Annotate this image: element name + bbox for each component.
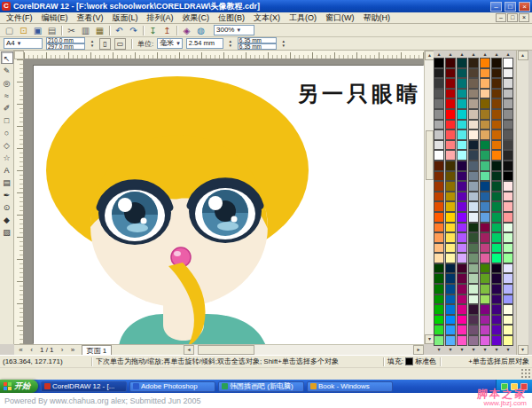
color-swatch[interactable]	[503, 150, 513, 161]
color-swatch[interactable]	[480, 273, 490, 284]
color-swatch[interactable]	[491, 140, 502, 151]
color-swatch[interactable]	[468, 243, 479, 254]
color-swatch[interactable]	[468, 68, 479, 79]
duplicate-x-field[interactable]: 6.35 mm	[238, 37, 277, 43]
color-swatch[interactable]	[491, 129, 502, 140]
color-swatch[interactable]	[457, 304, 467, 315]
color-swatch[interactable]	[468, 273, 479, 284]
color-swatch[interactable]	[491, 68, 502, 79]
color-swatch[interactable]	[434, 98, 444, 109]
color-swatch[interactable]	[445, 284, 456, 294]
color-swatch[interactable]	[503, 253, 513, 263]
color-swatch[interactable]	[480, 161, 490, 171]
color-swatch[interactable]	[503, 243, 513, 254]
color-swatch[interactable]	[457, 284, 467, 294]
color-swatch[interactable]	[434, 263, 444, 274]
palette-scroll-up-icon[interactable]: ▴	[491, 51, 502, 58]
color-swatch[interactable]	[480, 253, 490, 263]
color-swatch[interactable]	[491, 315, 502, 326]
color-swatch[interactable]	[457, 98, 467, 109]
color-swatch[interactable]	[434, 109, 444, 120]
import-icon[interactable]: ↧	[146, 25, 160, 36]
doc-minimize-icon[interactable]: –	[496, 13, 506, 22]
color-swatch[interactable]	[503, 294, 513, 305]
color-swatch[interactable]	[457, 140, 467, 151]
previous-page-icon[interactable]: ‹	[27, 346, 36, 354]
color-swatch[interactable]	[503, 335, 513, 346]
color-swatch[interactable]	[503, 140, 513, 151]
color-swatch[interactable]	[503, 223, 513, 233]
color-swatch[interactable]	[491, 243, 502, 254]
color-swatch[interactable]	[503, 109, 513, 120]
color-swatch[interactable]	[468, 120, 479, 130]
landscape-orientation-button[interactable]: ▭	[114, 38, 126, 50]
first-page-icon[interactable]: «	[16, 346, 26, 354]
palette-scroll-down-icon[interactable]: ▾	[480, 346, 490, 353]
color-swatch[interactable]	[468, 192, 479, 202]
color-swatch[interactable]	[491, 212, 502, 223]
color-swatch[interactable]	[480, 263, 490, 274]
paper-width-field[interactable]: 210.0 mm	[46, 37, 85, 43]
copy-icon[interactable]: ▥	[79, 25, 92, 36]
color-swatch[interactable]	[468, 294, 479, 305]
color-swatch[interactable]	[434, 223, 444, 233]
menu-item[interactable]: 文本(X)	[249, 12, 285, 24]
new-document-icon[interactable]: ▢	[3, 25, 16, 36]
color-swatch[interactable]	[445, 58, 456, 68]
color-swatch[interactable]	[491, 335, 502, 346]
color-swatch[interactable]	[491, 89, 502, 99]
color-swatch[interactable]	[503, 263, 513, 274]
palette-scrollbar[interactable]: ▴ ▾	[516, 51, 528, 355]
color-swatch[interactable]	[457, 181, 467, 192]
color-swatch[interactable]	[491, 325, 502, 335]
color-swatch[interactable]	[434, 315, 444, 326]
color-swatch[interactable]	[480, 192, 490, 202]
color-swatch[interactable]	[491, 181, 502, 192]
color-swatch[interactable]	[491, 192, 502, 202]
horizontal-scroll-thumb[interactable]	[198, 345, 254, 355]
color-swatch[interactable]	[468, 171, 479, 182]
color-swatch[interactable]	[468, 335, 479, 346]
palette-scroll-up-icon[interactable]: ▴	[457, 51, 467, 58]
corel-online-icon[interactable]: ◍	[194, 25, 207, 36]
pick-tool[interactable]: ↖	[1, 51, 13, 64]
color-swatch[interactable]	[445, 201, 456, 212]
palette-scroll-up-icon[interactable]: ▴	[434, 51, 444, 58]
color-swatch[interactable]	[491, 171, 502, 182]
color-swatch[interactable]	[503, 192, 513, 202]
maximize-icon[interactable]: □	[505, 2, 516, 12]
color-swatch[interactable]	[480, 140, 490, 151]
color-swatch[interactable]	[457, 253, 467, 263]
color-swatch[interactable]	[468, 109, 479, 120]
export-icon[interactable]: ↥	[160, 25, 174, 36]
color-swatch[interactable]	[434, 161, 444, 171]
color-swatch[interactable]	[457, 150, 467, 161]
color-swatch[interactable]	[503, 161, 513, 171]
color-swatch[interactable]	[480, 201, 490, 212]
color-swatch[interactable]	[468, 129, 479, 140]
color-swatch[interactable]	[491, 98, 502, 109]
color-swatch[interactable]	[457, 232, 467, 243]
color-swatch[interactable]	[491, 161, 502, 171]
color-swatch[interactable]	[445, 232, 456, 243]
color-swatch[interactable]	[503, 284, 513, 294]
smart-drawing-tool[interactable]: ✐	[1, 101, 13, 114]
nudge-offset-stepper[interactable]	[227, 38, 234, 50]
color-swatch[interactable]	[503, 232, 513, 243]
doc-close-icon[interactable]: ×	[519, 13, 529, 22]
menu-item[interactable]: 排列(A)	[143, 12, 178, 24]
palette-scroll-down-icon[interactable]: ▾	[445, 346, 456, 353]
palette-scroll-up-icon[interactable]: ▴	[468, 51, 479, 58]
color-swatch[interactable]	[445, 325, 456, 335]
color-swatch[interactable]	[445, 181, 456, 192]
color-swatch[interactable]	[434, 140, 444, 151]
color-swatch[interactable]	[457, 325, 467, 335]
color-swatch[interactable]	[480, 335, 490, 346]
palette-scroll-down-icon[interactable]: ▾	[491, 346, 502, 353]
vertical-scrollbar[interactable]: ▴ ▾	[424, 51, 434, 344]
fill-tool[interactable]: ◆	[1, 213, 13, 225]
resize-grip[interactable]	[520, 368, 531, 379]
color-swatch[interactable]	[457, 58, 467, 68]
color-swatch[interactable]	[491, 58, 502, 68]
color-swatch[interactable]	[434, 284, 444, 294]
